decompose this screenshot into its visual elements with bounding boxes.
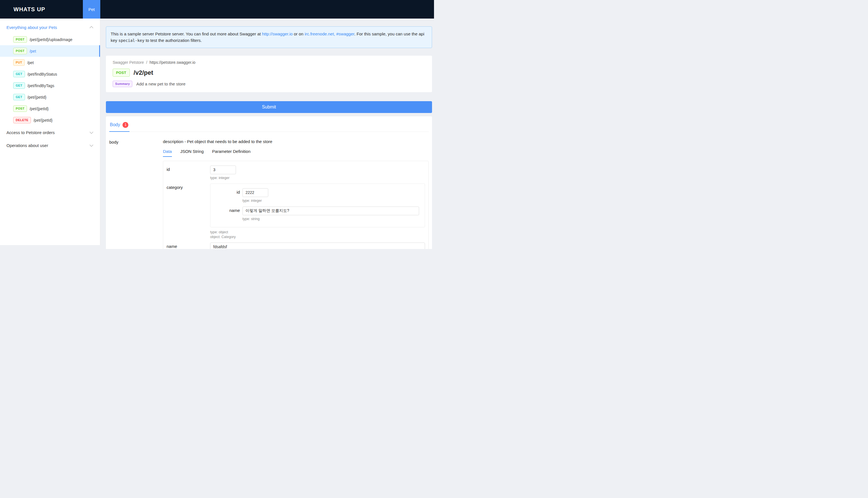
endpoint-path-label: /pet/{petId}: [29, 106, 49, 111]
breadcrumb-base-url: https://petstore.swagger.io: [149, 60, 195, 65]
sidebar-item-get-findbytags[interactable]: GET /pet/findByTags: [0, 80, 100, 91]
body-count-badge: 1: [122, 122, 129, 128]
category-object-box: id type: integer name: [210, 184, 425, 227]
form-row-name: name type: string: [166, 243, 425, 249]
field-label-category: category: [166, 184, 210, 239]
info-banner: This is a sample server Petstore server.…: [106, 26, 432, 48]
form-row-category-name: name type: string: [216, 207, 419, 221]
app-title: WHATS UP: [13, 6, 45, 13]
endpoint-path-label: /pet/{petId}: [34, 118, 53, 122]
endpoint-summary-row: Summary Add a new pet to the store: [112, 81, 425, 87]
endpoint-path-label: /pet/findByTags: [28, 83, 54, 88]
api-key-code: special-key: [119, 38, 145, 43]
sidebar-section-user[interactable]: Operations about user: [0, 139, 100, 152]
pet-form: id type: integer category: [163, 161, 429, 249]
param-main: description - Pet object that needs to b…: [163, 139, 429, 249]
endpoint-path-label: /pet: [29, 49, 36, 53]
sidebar: Everything about your Pets POST /pet/{pe…: [0, 18, 100, 245]
irc-freenode-link[interactable]: irc.freenode.net, #swagger: [305, 31, 354, 36]
method-badge: GET: [13, 94, 25, 100]
tab-data[interactable]: Data: [163, 149, 172, 157]
field-control-id: type: integer: [210, 166, 425, 180]
swagger-io-link[interactable]: http://swagger.io: [262, 31, 293, 36]
nav-tab-pet[interactable]: Pet: [83, 0, 100, 18]
field-label-id: id: [166, 166, 210, 180]
banner-text: or on: [293, 31, 305, 36]
endpoint-path-label: /pet: [27, 61, 34, 65]
breadcrumb-app-name: Swagger Petstore: [112, 60, 144, 65]
sidebar-section-orders-label: Access to Petstore orders: [6, 130, 55, 135]
banner-text: This is a sample server Petstore server.…: [111, 31, 262, 36]
field-label-category-name: name: [216, 207, 240, 221]
method-badge: POST: [13, 36, 27, 43]
endpoint-path-label: /pet/findByStatus: [28, 72, 57, 76]
field-control-name: type: string: [210, 243, 425, 249]
sidebar-section-pets[interactable]: Everything about your Pets: [0, 21, 100, 34]
sidebar-item-get-findbystatus[interactable]: GET /pet/findByStatus: [0, 68, 100, 80]
sidebar-item-put-pet[interactable]: PUT /pet: [0, 57, 100, 68]
endpoint-path-label: /pet/{petId}: [28, 95, 46, 100]
endpoint-title-row: POST /v2/pet: [112, 68, 425, 77]
endpoint-method-badge: POST: [112, 68, 130, 77]
breadcrumb: Swagger Petstore / https://petstore.swag…: [112, 60, 425, 65]
sidebar-section-user-label: Operations about user: [6, 143, 48, 148]
field-control-category-name: type: string: [242, 207, 419, 221]
category-meta: type: object object: Category: [210, 230, 425, 239]
field-type-id: type: integer: [210, 176, 425, 180]
sidebar-item-get-petid[interactable]: GET /pet/{petId}: [0, 91, 100, 103]
body-param-row: body description - Pet object that needs…: [109, 132, 429, 249]
id-input[interactable]: [210, 166, 236, 174]
field-object-category: object: Category: [210, 235, 425, 239]
sidebar-item-post-petid[interactable]: POST /pet/{petId}: [0, 103, 100, 114]
category-name-input[interactable]: [242, 207, 419, 215]
endpoint-path-label: /pet/{petId}/uploadImage: [29, 37, 72, 42]
tab-body[interactable]: Body 1: [109, 120, 130, 132]
tab-body-label: Body: [110, 122, 120, 127]
form-row-category-id: id type: integer: [216, 188, 419, 202]
category-id-input[interactable]: [242, 188, 268, 197]
body-tab-bar: Body 1: [109, 120, 429, 132]
tab-json-string[interactable]: JSON String: [181, 149, 204, 157]
chevron-down-icon: [90, 143, 93, 147]
summary-text: Add a new pet to the store: [136, 81, 185, 86]
form-row-id: id type: integer: [166, 166, 425, 180]
field-type-category-id: type: integer: [242, 199, 268, 202]
breadcrumb-separator: /: [146, 60, 147, 65]
field-label-category-id: id: [216, 188, 240, 202]
sidebar-section-orders[interactable]: Access to Petstore orders: [0, 126, 100, 139]
chevron-up-icon: [90, 26, 93, 30]
method-badge: DELETE: [13, 117, 31, 123]
app-root: WHATS UP Pet Everything about your Pets …: [0, 0, 434, 249]
field-type-category: type: object: [210, 230, 425, 234]
field-type-category-name: type: string: [242, 217, 419, 221]
method-badge: PUT: [13, 59, 25, 66]
tab-parameter-definition[interactable]: Parameter Definition: [212, 149, 251, 157]
banner-text: to test the authorization filters.: [144, 38, 202, 43]
main-content: This is a sample server Petstore server.…: [100, 18, 434, 249]
field-control-category: id type: integer name: [210, 184, 425, 239]
method-badge: GET: [13, 71, 25, 77]
sidebar-item-delete-petid[interactable]: DELETE /pet/{petId}: [0, 114, 100, 126]
param-name: body: [109, 139, 163, 249]
param-description: description - Pet object that needs to b…: [163, 139, 429, 144]
request-body-card: Body 1 body description - Pet object tha…: [106, 116, 432, 249]
field-label-name: name: [166, 243, 210, 249]
method-badge: GET: [13, 82, 25, 89]
method-badge: POST: [13, 105, 27, 112]
field-control-category-id: type: integer: [242, 188, 268, 202]
endpoint-card: Swagger Petstore / https://petstore.swag…: [106, 56, 432, 92]
sidebar-item-post-uploadimage[interactable]: POST /pet/{petId}/uploadImage: [0, 34, 100, 45]
method-badge: POST: [13, 48, 27, 54]
name-input[interactable]: [210, 243, 425, 249]
submit-button[interactable]: Submit: [106, 101, 432, 113]
summary-badge: Summary: [112, 81, 132, 87]
form-row-category: category id type: integer: [166, 184, 425, 239]
endpoint-path: /v2/pet: [134, 69, 153, 76]
top-nav-bar: WHATS UP Pet: [0, 0, 434, 18]
view-tabs: Data JSON String Parameter Definition: [163, 149, 429, 157]
chevron-down-icon: [90, 130, 93, 134]
sidebar-section-pets-label: Everything about your Pets: [6, 25, 57, 30]
sidebar-item-post-pet[interactable]: POST /pet: [0, 45, 100, 57]
